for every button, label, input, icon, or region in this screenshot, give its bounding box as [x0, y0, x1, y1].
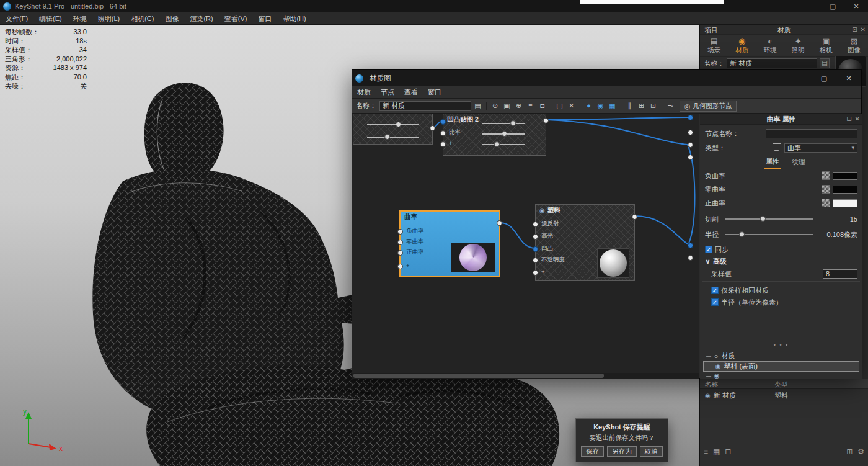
- menu-file[interactable]: 文件(F): [0, 12, 33, 25]
- align-horizontal-icon[interactable]: ∥: [624, 101, 635, 111]
- copy-icon[interactable]: ▢: [554, 101, 565, 111]
- graph-menu-node[interactable]: 节点: [376, 87, 399, 97]
- node-name-input[interactable]: [766, 129, 857, 138]
- tab-lighting[interactable]: ✦照明: [784, 35, 812, 56]
- tree-view-icon[interactable]: ⊟: [725, 447, 731, 456]
- node-wire[interactable]: [635, 216, 688, 244]
- delete-icon[interactable]: ✕: [566, 101, 577, 111]
- show-material-nodes-icon[interactable]: ●: [583, 101, 594, 111]
- maximize-button[interactable]: ▢: [821, 0, 844, 12]
- pane-close-icon[interactable]: ✕: [855, 114, 860, 125]
- filter-icon[interactable]: ≡: [525, 101, 536, 111]
- render-preview-icon[interactable]: ▣: [502, 101, 512, 111]
- material-tree-root[interactable]: ─ ○ 材质: [700, 351, 862, 361]
- name-options-icon[interactable]: ▤: [820, 58, 830, 68]
- app-titlebar[interactable]: KeyShot 9.1 Pro - untitled.bip - 64 bit …: [0, 0, 868, 12]
- save-icon[interactable]: ▤: [472, 101, 483, 111]
- positive-curvature-swatch[interactable]: [833, 199, 857, 207]
- texture-icon[interactable]: [822, 185, 830, 194]
- lock-icon[interactable]: ◘: [537, 101, 547, 111]
- graph-minimize-button[interactable]: –: [787, 70, 812, 86]
- node-input-pin[interactable]: [397, 250, 403, 256]
- slider-handle[interactable]: [384, 134, 390, 140]
- node-input-pin[interactable]: [688, 243, 693, 248]
- show-labels-icon[interactable]: ▦: [607, 101, 618, 111]
- node-input-pin[interactable]: [688, 142, 693, 148]
- slider-handle[interactable]: [510, 120, 516, 126]
- node-wire[interactable]: [500, 223, 535, 248]
- node-graph-canvas[interactable]: 凹凸贴图 2 比率 + 曲率 负曲率 零曲率 正曲率 +: [352, 114, 699, 379]
- cancel-button[interactable]: 取消: [640, 446, 663, 457]
- zero-curvature-swatch[interactable]: [833, 186, 857, 194]
- node-input-pin[interactable]: [440, 119, 446, 125]
- target-icon[interactable]: ⊕: [513, 101, 524, 111]
- partial-texture-node[interactable]: [353, 114, 433, 145]
- align-grid-icon[interactable]: ⊞: [636, 101, 647, 111]
- menu-environment[interactable]: 环境: [68, 12, 92, 25]
- material-list-row[interactable]: ◉新 材质 塑料: [700, 390, 868, 401]
- search-icon[interactable]: ⊙: [490, 101, 500, 111]
- node-input-pin[interactable]: [440, 130, 446, 136]
- graph-maximize-button[interactable]: ▢: [812, 70, 836, 86]
- tab-attributes[interactable]: 属性: [764, 157, 781, 169]
- material-tree-clipped-row[interactable]: ─ ◉: [700, 373, 862, 379]
- node-wire[interactable]: [546, 120, 688, 145]
- menu-view[interactable]: 查看(V): [219, 12, 253, 25]
- add-material-icon[interactable]: ⊞: [846, 447, 852, 456]
- tab-environment[interactable]: ◐环境: [756, 35, 784, 56]
- negative-curvature-swatch[interactable]: [833, 172, 857, 180]
- node-input-pin[interactable]: [397, 264, 403, 269]
- graph-menu-view[interactable]: 查看: [399, 87, 423, 97]
- material-tree-selected[interactable]: ─ ◉ 塑料 (表面): [703, 361, 859, 372]
- node-input-pin[interactable]: [688, 130, 693, 135]
- node-input-pin[interactable]: [688, 155, 693, 160]
- tree-collapse-icon[interactable]: ─: [707, 363, 712, 370]
- material-graph-titlebar[interactable]: 材质图 – ▢ ✕: [352, 70, 861, 86]
- advanced-section-header[interactable]: ∨ 高级: [700, 256, 862, 267]
- graph-menu-material[interactable]: 材质: [352, 87, 376, 97]
- pane-pin-icon[interactable]: ⊡: [846, 114, 851, 125]
- graph-material-name-input[interactable]: [379, 101, 471, 111]
- slider-handle[interactable]: [396, 122, 401, 127]
- menu-camera[interactable]: 相机(C): [125, 12, 159, 25]
- panel-pin-icon[interactable]: ⊡: [852, 26, 857, 33]
- scrollbar-thumb[interactable]: [353, 374, 604, 378]
- tab-scene[interactable]: ▤场景: [700, 35, 728, 56]
- slider-handle[interactable]: [739, 231, 745, 237]
- node-wire[interactable]: [546, 117, 688, 120]
- settings-icon[interactable]: ⚙: [857, 447, 864, 456]
- sync-checkbox[interactable]: ✓: [705, 246, 712, 253]
- graph-close-button[interactable]: ✕: [836, 70, 861, 86]
- node-input-pin[interactable]: [440, 141, 446, 147]
- tab-camera[interactable]: ▣相机: [812, 35, 840, 56]
- menu-lighting[interactable]: 照明(L): [92, 12, 125, 25]
- menu-render[interactable]: 渲染(R): [184, 12, 218, 25]
- list-view-icon[interactable]: ≡: [704, 447, 708, 456]
- plug-icon[interactable]: ⊸: [665, 101, 676, 111]
- node-input-pin[interactable]: [533, 246, 538, 252]
- bump-map-node[interactable]: 凹凸贴图 2 比率 +: [443, 114, 546, 156]
- radius-slider[interactable]: [725, 230, 813, 239]
- radius-pixels-checkbox[interactable]: ✓: [711, 298, 719, 306]
- show-multi-material-icon[interactable]: ◉: [595, 101, 606, 111]
- geometry-node-button[interactable]: ◎ 几何图形节点: [680, 101, 737, 112]
- plastic-node[interactable]: ◉塑料 漫反射 高光 凹凸 不透明度 +: [535, 204, 635, 281]
- panel-close-icon[interactable]: ✕: [861, 26, 866, 33]
- node-output-pin[interactable]: [543, 118, 549, 123]
- save-button[interactable]: 保存: [581, 446, 604, 457]
- menu-window[interactable]: 窗口: [252, 12, 277, 25]
- node-input-pin[interactable]: [533, 258, 538, 263]
- same-material-checkbox[interactable]: ✓: [711, 287, 719, 294]
- canvas-horizontal-scrollbar[interactable]: [352, 373, 699, 379]
- node-output-pin[interactable]: [497, 220, 502, 226]
- save-as-button[interactable]: 另存为: [607, 446, 637, 457]
- close-button[interactable]: ✕: [844, 0, 868, 12]
- thumbnail-view-icon[interactable]: ▦: [713, 447, 720, 456]
- minimize-button[interactable]: –: [797, 0, 821, 12]
- node-input-pin[interactable]: [533, 222, 538, 227]
- node-output-pin[interactable]: [632, 214, 637, 220]
- slider-handle[interactable]: [494, 141, 500, 147]
- pane-splitter[interactable]: • • •: [700, 342, 862, 348]
- samples-input[interactable]: [823, 269, 857, 279]
- slider-handle[interactable]: [760, 216, 766, 222]
